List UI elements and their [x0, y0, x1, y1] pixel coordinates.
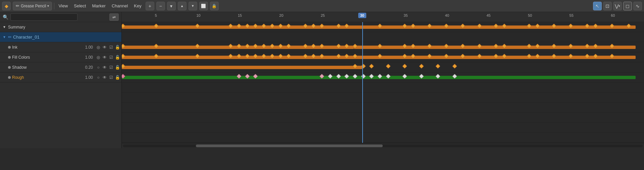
ruler-tick-10: 10 — [196, 12, 200, 22]
keyframe-diamond[interactable] — [419, 64, 424, 68]
ruler-tick-label-35: 35 — [404, 13, 408, 17]
mode-icon: ◆ — [5, 3, 8, 9]
playhead-line — [362, 22, 363, 143]
character-collapse-icon: ▼ — [3, 35, 6, 39]
mode-dropdown-icon: ▾ — [47, 4, 49, 8]
timeline-row-empty-3 — [122, 113, 644, 123]
timeline-row-5[interactable] — [122, 72, 644, 82]
rough-icons: ○ 👁 ☑ 🔓 — [96, 75, 120, 80]
rough-lock-icon[interactable]: 🔓 — [115, 75, 120, 80]
channel-menu[interactable]: Channel — [110, 2, 130, 10]
keyframe-diamond[interactable] — [402, 64, 407, 68]
ruler-tick-label-40: 40 — [445, 13, 449, 17]
box-select-btn[interactable]: ⊡ — [603, 2, 612, 10]
channel-row-fill[interactable]: Fill Colors 1.00 ◎ 👁 ☑ 🔓 — [0, 52, 121, 62]
channel-row-shadow[interactable]: Shadow 0.20 ○ 👁 ☑ 🔓 — [0, 62, 121, 72]
down-btn[interactable]: ▼ — [189, 2, 197, 10]
fill-name: Fill Colors — [12, 55, 79, 60]
scrollbar-thumb[interactable] — [196, 145, 383, 147]
ink-color-dot — [8, 46, 11, 49]
timeline-row-3[interactable] — [122, 52, 644, 62]
rough-dot-icon[interactable]: ○ — [96, 75, 101, 80]
view-menu[interactable]: View — [56, 2, 70, 10]
fill-icons: ◎ 👁 ☑ 🔓 — [96, 55, 120, 60]
monitor-icon: ⬜ — [201, 4, 206, 8]
key-menu[interactable]: Key — [132, 2, 143, 10]
ruler-tick-50: 50 — [528, 12, 532, 22]
dropdown-btn[interactable]: ▾ — [167, 2, 176, 10]
filter-down-icon: ▾ — [619, 4, 620, 8]
rough-name: Rough — [12, 75, 79, 80]
marker-menu[interactable]: Marker — [90, 2, 107, 10]
ruler-tick-label-20: 20 — [279, 13, 283, 17]
lock-btn[interactable]: 🔒 — [210, 2, 219, 10]
shadow-dot-icon[interactable]: ○ — [96, 65, 101, 70]
channel-row-rough[interactable]: Rough 1.00 ○ 👁 ☑ 🔓 — [0, 72, 121, 82]
timeline-row-0[interactable] — [122, 22, 644, 32]
swap-icon: ⇌ — [112, 15, 116, 19]
ruler-tick-5: 5 — [155, 12, 157, 22]
ruler-tick-label-60: 60 — [611, 13, 615, 17]
summary-row[interactable]: ▼ Summary — [0, 22, 121, 32]
ruler-tick-label-50: 50 — [528, 13, 532, 17]
keyframe-bar — [122, 66, 362, 69]
timeline-row-1[interactable] — [122, 32, 644, 42]
ink-lock-icon[interactable]: 🔓 — [115, 45, 120, 50]
timeline-row-2[interactable] — [122, 42, 644, 52]
wave1-btn[interactable]: ◻ — [623, 2, 632, 10]
mode-icon-btn[interactable]: ◆ — [2, 2, 11, 10]
select-tool-btn[interactable]: ↖ — [593, 2, 602, 10]
fill-check-icon[interactable]: ☑ — [108, 55, 114, 60]
ink-name: Ink — [12, 45, 79, 50]
search-panel: 🔍 ⇌ — [0, 12, 122, 22]
summary-label: Summary — [8, 25, 25, 30]
ink-check-icon[interactable]: ☑ — [108, 45, 114, 50]
summary-collapse-icon: ▼ — [3, 25, 6, 29]
shadow-lock-icon[interactable]: 🔓 — [115, 65, 120, 70]
separator-1 — [54, 3, 54, 9]
main-toolbar: ◆ ✏ Grease Pencil ▾ View Select Marker C… — [0, 0, 644, 12]
filter-btn[interactable]: ⋁ ▾ — [613, 2, 622, 10]
fill-eye-icon[interactable]: 👁 — [102, 55, 107, 60]
box-select-icon: ⊡ — [605, 3, 609, 9]
fill-lock-icon[interactable]: 🔓 — [115, 55, 120, 60]
keyframe-diamond[interactable] — [386, 64, 390, 68]
wave2-btn[interactable]: ∿ — [633, 2, 642, 10]
ruler-tick-60: 60 — [611, 12, 615, 22]
keyframe-diamond[interactable] — [369, 64, 374, 68]
fill-onion-icon[interactable]: ◎ — [96, 55, 101, 60]
filter-icon: ⋁ — [615, 3, 619, 9]
fill-color-dot — [8, 56, 11, 59]
dropdown-icon: ▾ — [170, 3, 172, 9]
keyframe-diamond[interactable] — [452, 64, 457, 68]
add-btn[interactable]: + — [146, 2, 154, 10]
swap-btn[interactable]: ⇌ — [109, 13, 119, 21]
select-menu[interactable]: Select — [72, 2, 88, 10]
grease-pencil-mode-btn[interactable]: ✏ Grease Pencil ▾ — [13, 2, 52, 10]
ruler-tick-label-55: 55 — [570, 13, 574, 17]
monitor-btn[interactable]: ⬜ — [199, 2, 208, 10]
current-frame-marker: 30 — [358, 13, 366, 18]
timeline-row-empty-0 — [122, 82, 644, 93]
rough-eye-icon[interactable]: 👁 — [102, 75, 107, 80]
character-row[interactable]: ▼ ✏ Character_01 — [0, 32, 121, 42]
shadow-check-icon[interactable]: ☑ — [108, 65, 114, 70]
ruler-tick-label-5: 5 — [155, 13, 157, 17]
search-input[interactable] — [10, 13, 77, 21]
remove-btn[interactable]: − — [156, 2, 165, 10]
ruler-tick-55: 55 — [570, 12, 574, 22]
timeline-row-4[interactable] — [122, 62, 644, 72]
up-btn[interactable]: ▲ — [178, 2, 186, 10]
wave1-icon: ◻ — [626, 3, 630, 9]
ink-onion-icon[interactable]: ◎ — [96, 45, 101, 50]
ruler-tick-25: 25 — [321, 12, 325, 22]
keyframe-diamond[interactable] — [436, 64, 440, 68]
shadow-eye-icon[interactable]: 👁 — [102, 65, 107, 70]
wave2-icon: ∿ — [636, 3, 640, 9]
timeline-row-empty-4 — [122, 123, 644, 133]
shadow-name: Shadow — [12, 65, 79, 70]
rough-check-icon[interactable]: ☑ — [108, 75, 114, 80]
timeline-row-empty-2 — [122, 103, 644, 113]
channel-row-ink[interactable]: Ink 1.00 ◎ 👁 ☑ 🔓 — [0, 42, 121, 52]
ink-eye-icon[interactable]: 👁 — [102, 45, 107, 50]
